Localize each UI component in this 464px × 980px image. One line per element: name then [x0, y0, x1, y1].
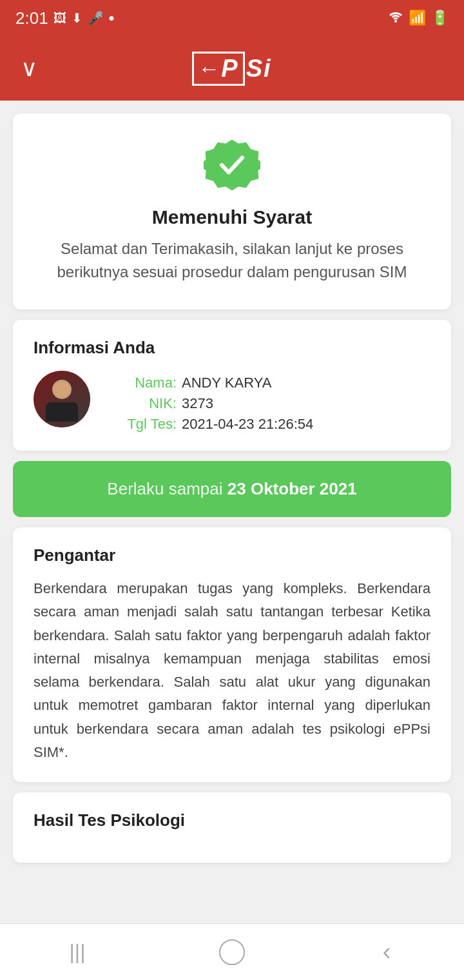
- svg-point-4: [54, 382, 70, 397]
- nav-menu-button[interactable]: |||: [52, 933, 103, 972]
- validity-prefix: Berlaku sampai: [107, 479, 227, 498]
- pengantar-body: Berkendara merupakan tugas yang kompleks…: [34, 577, 430, 764]
- signal-icon: 📶: [409, 10, 426, 26]
- success-description: Selamat dan Terimakasih, silakan lanjut …: [39, 237, 425, 284]
- avatar: [34, 371, 90, 427]
- app-header: ∨ ← P Si: [0, 36, 464, 101]
- verified-badge-icon: [204, 137, 260, 193]
- wifi-icon: [388, 10, 403, 26]
- menu-icon: |||: [70, 940, 86, 964]
- logo-arrow-icon: ←: [198, 56, 221, 81]
- hasil-tes-title: Hasil Tes Psikologi: [34, 810, 430, 830]
- status-bar-left: 2:01 🖼 ⬇ 🎤 •: [15, 8, 115, 28]
- validity-date: 23 Oktober 2021: [227, 479, 357, 498]
- info-fields: Nama: ANDY KARYA NIK: 3273 Tgl Tes: 2021…: [106, 371, 313, 433]
- back-arrow-icon: ‹: [383, 938, 391, 966]
- info-field-tgl: Tgl Tes: 2021-04-23 21:26:54: [106, 416, 313, 433]
- info-field-nama: Nama: ANDY KARYA: [106, 375, 313, 391]
- mic-icon: 🎤: [88, 10, 104, 26]
- info-label-tgl: Tgl Tes:: [106, 416, 177, 433]
- main-content: Memenuhi Syarat Selamat dan Terimakasih,…: [0, 101, 464, 927]
- info-label-nama: Nama:: [106, 375, 177, 391]
- nav-home-button[interactable]: [206, 933, 258, 972]
- app-logo: ← P Si: [192, 52, 271, 86]
- success-title: Memenuhi Syarat: [39, 206, 425, 228]
- info-value-nama: ANDY KARYA: [182, 375, 271, 391]
- success-card: Memenuhi Syarat Selamat dan Terimakasih,…: [13, 113, 451, 309]
- info-value-nik: 3273: [182, 395, 213, 412]
- status-time: 2:01: [15, 8, 48, 28]
- bottom-navigation: ||| ‹: [0, 923, 464, 980]
- info-field-nik: NIK: 3273: [106, 395, 313, 412]
- svg-rect-3: [46, 402, 78, 422]
- info-card-title: Informasi Anda: [34, 338, 430, 358]
- battery-icon: 🔋: [431, 10, 449, 26]
- status-bar: 2:01 🖼 ⬇ 🎤 • 📶 🔋: [0, 0, 464, 36]
- svg-marker-1: [204, 139, 260, 190]
- dot-icon: •: [109, 8, 115, 28]
- validity-banner: Berlaku sampai 23 Oktober 2021: [13, 461, 451, 517]
- logo-e-text: P: [221, 55, 238, 83]
- info-label-nik: NIK:: [106, 395, 177, 412]
- svg-point-0: [394, 20, 397, 23]
- nav-back-button[interactable]: ‹: [361, 933, 412, 972]
- download-icon: ⬇: [72, 10, 82, 26]
- logo-psi-text: Si: [246, 55, 272, 83]
- avatar-image: [34, 371, 90, 427]
- photo-icon: 🖼: [53, 11, 66, 26]
- dropdown-chevron-icon[interactable]: ∨: [21, 55, 37, 82]
- info-card: Informasi Anda Nama: ANDY KARYA: [13, 320, 451, 451]
- info-value-tgl: 2021-04-23 21:26:54: [182, 416, 313, 433]
- info-row: Nama: ANDY KARYA NIK: 3273 Tgl Tes: 2021…: [34, 371, 430, 433]
- status-bar-right: 📶 🔋: [388, 10, 449, 26]
- pengantar-card: Pengantar Berkendara merupakan tugas yan…: [13, 527, 451, 782]
- pengantar-title: Pengantar: [34, 545, 430, 565]
- hasil-tes-card: Hasil Tes Psikologi: [13, 792, 451, 863]
- home-circle-icon: [219, 939, 245, 965]
